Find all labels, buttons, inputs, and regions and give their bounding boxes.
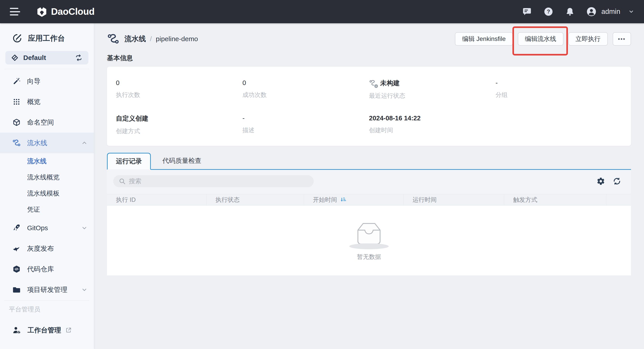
- table-header-row: 执行 ID 执行状态 开始时间 运行时间 触发方式: [107, 194, 631, 206]
- grid-icon: [12, 98, 21, 106]
- main-content: 流水线 / pipeline-demo 编辑 Jenkinsfile 编辑流水线…: [94, 23, 644, 349]
- sidebar-item-overview[interactable]: 概览: [0, 92, 94, 112]
- sidebar-subitem-pipeline[interactable]: 流水线: [0, 153, 94, 169]
- not-built-status-icon: ×: [369, 79, 377, 87]
- empty-text: 暂无数据: [357, 253, 381, 261]
- edit-jenkinsfile-button[interactable]: 编辑 Jenkinsfile: [455, 32, 513, 46]
- empty-state: 暂无数据: [349, 220, 389, 261]
- sidebar-item-workbench-mgmt[interactable]: 工作台管理: [12, 323, 94, 337]
- edit-pipeline-button[interactable]: 编辑流水线: [518, 32, 564, 46]
- breadcrumb-separator: /: [150, 35, 152, 43]
- search-icon: [118, 178, 126, 185]
- rocket-icon: [12, 224, 21, 232]
- info-cell-create-time: 2024-08-16 14:22 创建时间: [369, 114, 496, 135]
- workspace-selector[interactable]: Default: [5, 51, 88, 64]
- empty-shadow: [349, 244, 389, 249]
- info-cell-empty: [496, 114, 622, 135]
- workspace-name: Default: [23, 54, 46, 62]
- col-exec-status[interactable]: 执行状态: [206, 194, 304, 205]
- brand-name: DaoCloud: [51, 6, 94, 17]
- search-row: [107, 175, 631, 187]
- sort-descending-icon[interactable]: [340, 196, 346, 203]
- refresh-icon[interactable]: [613, 177, 621, 186]
- table-body: 暂无数据: [107, 206, 631, 276]
- brand-logo[interactable]: DaoCloud: [36, 6, 94, 17]
- tab-code-quality[interactable]: 代码质量检查: [151, 156, 213, 165]
- sidebar-subitem-credentials[interactable]: 凭证: [0, 202, 94, 218]
- sidebar-item-namespace[interactable]: 命名空间: [0, 112, 94, 133]
- folder-icon: [12, 286, 21, 294]
- info-cell-create-method: 自定义创建 创建方式: [116, 114, 242, 135]
- tab-run-records[interactable]: 运行记录: [107, 153, 151, 170]
- bird-icon: [12, 244, 21, 253]
- pipeline-icon: [107, 33, 120, 45]
- run-records-panel: 执行 ID 执行状态 开始时间 运行时间 触发方式: [107, 170, 631, 276]
- sidebar-subitem-pipeline-overview[interactable]: 流水线概览: [0, 169, 94, 186]
- role-label: 平台管理员: [9, 305, 94, 314]
- wand-icon: [12, 77, 21, 86]
- daocloud-logo-icon: [36, 6, 48, 17]
- page-header: 流水线 / pipeline-demo 编辑 Jenkinsfile 编辑流水线…: [107, 32, 631, 46]
- chevron-up-icon[interactable]: [81, 140, 88, 146]
- info-cell-last-status: × 未构建 最近运行状态: [369, 79, 496, 100]
- menu-toggle-icon[interactable]: [10, 8, 20, 16]
- top-bar: DaoCloud ?: [0, 0, 644, 23]
- pipeline-icon: [12, 139, 21, 147]
- chevron-down-icon[interactable]: [81, 225, 88, 231]
- breadcrumb-current: pipeline-demo: [156, 35, 198, 43]
- svg-text:?: ?: [547, 8, 550, 14]
- run-now-button[interactable]: 立即执行: [568, 32, 608, 46]
- sidebar-item-wizard[interactable]: 向导: [0, 71, 94, 92]
- info-cell-description: - 描述: [242, 114, 369, 135]
- divider: [4, 69, 89, 69]
- sidebar: 应用工作台 Default: [0, 23, 94, 349]
- sidebar-item-gitops[interactable]: GitOps: [0, 218, 94, 238]
- admin-user-icon: [12, 326, 21, 335]
- chevron-down-icon: [628, 9, 634, 14]
- info-cell-success-count: 0 成功次数: [242, 79, 369, 100]
- help-icon[interactable]: ?: [543, 6, 554, 17]
- table-tools: [596, 177, 625, 186]
- status-x-badge: ×: [374, 84, 378, 88]
- compose-icon: [12, 33, 22, 43]
- info-cell-exec-count: 0 执行次数: [116, 79, 242, 100]
- external-link-icon: [65, 327, 72, 334]
- user-menu[interactable]: admin: [586, 6, 634, 17]
- gear-icon[interactable]: [596, 177, 605, 186]
- sidebar-item-project-mgmt[interactable]: 项目研发管理: [0, 280, 94, 300]
- breadcrumb-section[interactable]: 流水线: [124, 34, 146, 44]
- sidebar-subitem-pipeline-template[interactable]: 流水线模板: [0, 186, 94, 202]
- workspace-icon: [11, 54, 18, 61]
- col-run-duration[interactable]: 运行时间: [404, 194, 504, 205]
- code-cube-icon: [12, 265, 21, 274]
- page: { "header": { "logo_text": "DaoCloud", "…: [0, 0, 644, 349]
- notification-bell-icon[interactable]: [565, 6, 575, 17]
- sidebar-item-gray-release[interactable]: 灰度发布: [0, 238, 94, 259]
- switch-workspace-icon[interactable]: [75, 54, 82, 62]
- col-start-time[interactable]: 开始时间: [304, 194, 404, 205]
- col-trigger-method[interactable]: 触发方式: [504, 194, 606, 205]
- username: admin: [602, 8, 620, 16]
- more-actions-button[interactable]: •••: [613, 32, 631, 46]
- divider: [4, 300, 89, 301]
- col-exec-id[interactable]: 执行 ID: [107, 194, 206, 205]
- feedback-icon[interactable]: [522, 6, 532, 17]
- avatar: [586, 6, 596, 17]
- sidebar-item-pipeline[interactable]: 流水线: [0, 133, 94, 153]
- search-box[interactable]: [113, 175, 314, 187]
- sidebar-item-code-repo[interactable]: 代码仓库: [0, 259, 94, 280]
- page-actions: 编辑 Jenkinsfile 编辑流水线 立即执行 •••: [455, 32, 631, 46]
- basic-info-card: 0 执行次数 0 成功次数 × 未构建 最近: [107, 67, 631, 146]
- basic-info-title: 基本信息: [107, 54, 631, 63]
- sidebar-nav: 向导 概览 命名空: [0, 71, 94, 300]
- col-actions: [606, 194, 631, 205]
- cube-icon: [12, 118, 21, 126]
- topbar-actions: ? admin: [522, 6, 634, 17]
- search-input[interactable]: [129, 178, 308, 185]
- workspace-section-title: 应用工作台: [12, 31, 94, 45]
- chevron-down-icon[interactable]: [81, 286, 88, 293]
- info-cell-group: - 分组: [496, 79, 622, 100]
- tab-strip: 运行记录 代码质量检查: [107, 152, 631, 170]
